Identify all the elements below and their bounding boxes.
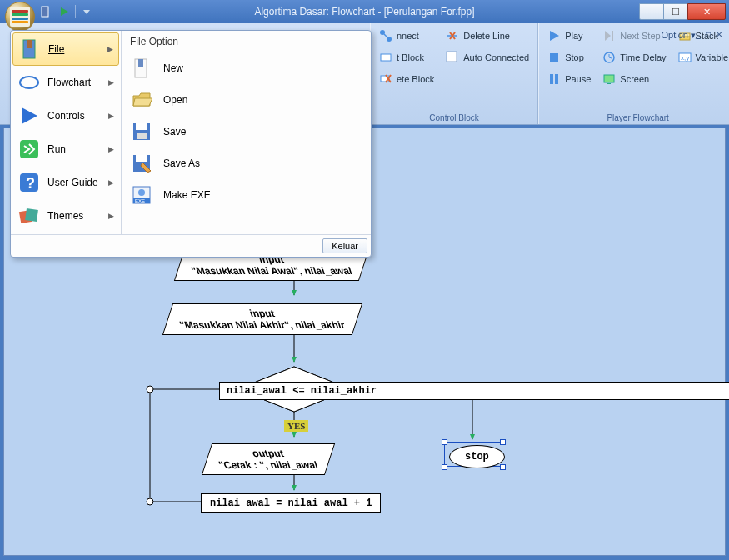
block-button[interactable]: t Block — [377, 48, 436, 67]
connect-icon — [379, 29, 392, 42]
orb-icon — [10, 7, 30, 27]
svg-marker-48 — [22, 108, 37, 124]
yes-label: YES — [284, 420, 308, 432]
pause-button[interactable]: Pause — [546, 70, 592, 88]
exe-icon: EXE — [130, 183, 153, 207]
label: Save As — [163, 158, 200, 169]
sel-handle[interactable] — [500, 439, 506, 445]
qat-bookmark-icon[interactable] — [38, 4, 53, 19]
svg-rect-10 — [447, 52, 457, 62]
delete-block-button[interactable]: ete Block — [377, 70, 436, 88]
file-save[interactable]: Save — [130, 116, 362, 148]
delete-line-button[interactable]: Delete Line — [444, 27, 531, 45]
file-save-as[interactable]: Save As — [130, 148, 362, 179]
panel-header: File Option — [130, 36, 362, 48]
svg-point-64 — [138, 189, 145, 196]
file-new[interactable]: New — [130, 52, 362, 84]
next-step-button[interactable]: Next Step — [601, 27, 667, 45]
qat-play-icon[interactable] — [57, 4, 72, 19]
maximize-button[interactable]: ☐ — [663, 3, 688, 20]
sel-handle[interactable] — [442, 439, 447, 445]
label: Flowchart — [47, 77, 91, 88]
window-controls: — ☐ ✕ — [640, 3, 726, 20]
sel-handle[interactable] — [500, 464, 506, 470]
qat-dropdown-icon[interactable] — [79, 4, 94, 19]
connect-button[interactable]: nnect — [377, 27, 436, 45]
mdi-close-icon[interactable]: ✕ — [716, 30, 724, 38]
arrow-icon: ▶ — [108, 78, 114, 87]
screen-button[interactable]: Screen — [601, 70, 667, 88]
svg-point-43 — [147, 386, 153, 392]
assign-node[interactable]: nilai_awal = nilai_awal + 1 — [201, 493, 381, 513]
svg-rect-55 — [138, 59, 143, 67]
svg-text:x,y: x,y — [681, 54, 689, 62]
mdi-controls: _ □ ✕ — [696, 30, 724, 38]
file-make-exe[interactable]: EXEMake EXE — [130, 179, 362, 211]
stop-node[interactable]: stop — [449, 445, 505, 468]
group-title: Control Block — [377, 112, 531, 122]
time-delay-button[interactable]: Time Delay — [601, 48, 667, 67]
close-button[interactable]: ✕ — [687, 3, 726, 20]
file-open[interactable]: Open — [130, 84, 362, 116]
decision-node[interactable]: nilai_awal <= nilai_akhir — [219, 382, 729, 400]
label: Save — [163, 126, 186, 138]
file-icon — [18, 38, 42, 61]
ribbon-group-control-block: nnect Delete Line t Block Auto Connected… — [370, 23, 538, 124]
output-node[interactable]: output "Cetak : ", nilai_awal — [207, 443, 330, 475]
mdi-max-icon[interactable]: □ — [706, 30, 714, 38]
label: Open — [163, 94, 187, 106]
menu-run[interactable]: Run ▶ — [12, 132, 119, 166]
label: Delete Line — [463, 31, 510, 41]
svg-rect-19 — [550, 53, 558, 62]
screen-icon — [602, 72, 616, 86]
stop-icon — [547, 51, 561, 64]
svg-rect-9 — [381, 54, 391, 61]
label: Pause — [565, 74, 591, 84]
exit-button[interactable]: Keluar — [322, 238, 367, 253]
label: File — [48, 43, 64, 55]
label: Variable — [696, 52, 729, 62]
title-bar: Algortima Dasar: Flowchart - [Perulangan… — [0, 0, 729, 23]
label: Run — [47, 143, 66, 155]
stop-button[interactable]: Stop — [546, 48, 592, 67]
help-icon: ? — [17, 171, 41, 194]
menu-flowchart[interactable]: Flowchart ▶ — [12, 66, 119, 99]
menu-user-guide[interactable]: ? User Guide ▶ — [12, 166, 119, 199]
minimize-button[interactable]: — — [639, 3, 664, 20]
svg-point-41 — [147, 498, 153, 505]
run-icon — [17, 138, 41, 161]
play-button[interactable]: Play — [546, 27, 592, 45]
auto-connected-checkbox[interactable]: Auto Connected — [444, 48, 531, 67]
delete-line-icon — [446, 29, 459, 42]
svg-text:EXE: EXE — [135, 198, 145, 203]
menu-themes[interactable]: Themes ▶ — [12, 199, 119, 232]
label: Next Step — [620, 31, 660, 41]
svg-text:?: ? — [26, 175, 35, 192]
menu-controls[interactable]: Controls ▶ — [12, 99, 119, 132]
save-icon — [130, 120, 153, 143]
variable-button[interactable]: x,yVariable — [677, 48, 729, 67]
app-menu: File ▶ Flowchart ▶ Controls ▶ Run ▶ ? Us… — [10, 30, 372, 258]
arrow-icon: ▶ — [107, 45, 113, 53]
qat-divider — [75, 5, 76, 18]
app-orb[interactable] — [5, 2, 35, 32]
app-menu-footer: Keluar — [11, 234, 371, 257]
svg-rect-58 — [137, 132, 147, 139]
label: User Guide — [47, 177, 98, 188]
label: Controls — [47, 110, 85, 122]
app-menu-sidebar: File ▶ Flowchart ▶ Controls ▶ Run ▶ ? Us… — [11, 31, 121, 234]
menu-file[interactable]: File ▶ — [12, 32, 119, 66]
svg-rect-28 — [607, 83, 611, 84]
group-title: Player Flowchart — [546, 112, 729, 122]
label: Make EXE — [163, 189, 211, 201]
label: t Block — [397, 52, 424, 62]
svg-rect-26 — [555, 74, 558, 84]
themes-icon — [17, 204, 41, 228]
svg-marker-1 — [61, 8, 68, 16]
arrow-icon: ▶ — [108, 145, 114, 153]
svg-marker-14 — [550, 31, 559, 41]
mdi-min-icon[interactable]: _ — [696, 30, 704, 38]
label: ete Block — [397, 74, 434, 84]
input-node-2[interactable]: input "Masukkan Nilai Akhir", nilai_akhi… — [167, 303, 357, 335]
sel-handle[interactable] — [442, 464, 447, 470]
